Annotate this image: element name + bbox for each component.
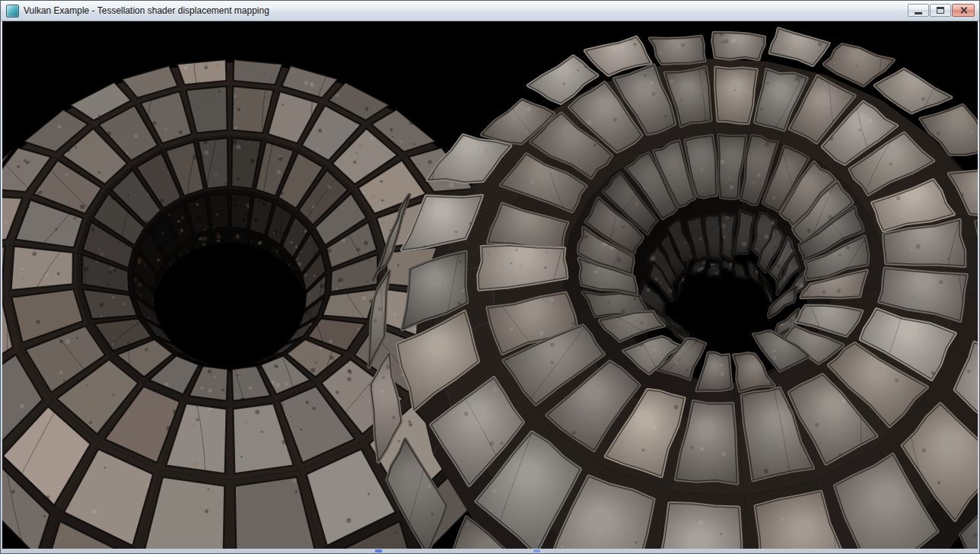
minimize-icon bbox=[915, 12, 922, 14]
close-button[interactable] bbox=[952, 4, 975, 17]
minimize-button[interactable] bbox=[908, 4, 929, 17]
window-titlebar[interactable]: Vulkan Example - Tessellation shader dis… bbox=[1, 1, 979, 21]
frame-artifact bbox=[533, 549, 540, 552]
app-icon[interactable] bbox=[6, 5, 19, 18]
app-window: Vulkan Example - Tessellation shader dis… bbox=[0, 0, 980, 554]
close-icon bbox=[959, 6, 968, 14]
viewport-canvas[interactable] bbox=[2, 21, 978, 549]
maximize-button[interactable] bbox=[930, 4, 951, 17]
maximize-icon bbox=[937, 7, 944, 14]
frame-artifact bbox=[375, 549, 382, 552]
window-controls bbox=[907, 4, 975, 17]
window-title: Vulkan Example - Tessellation shader dis… bbox=[24, 5, 269, 16]
render-viewport bbox=[2, 21, 978, 549]
